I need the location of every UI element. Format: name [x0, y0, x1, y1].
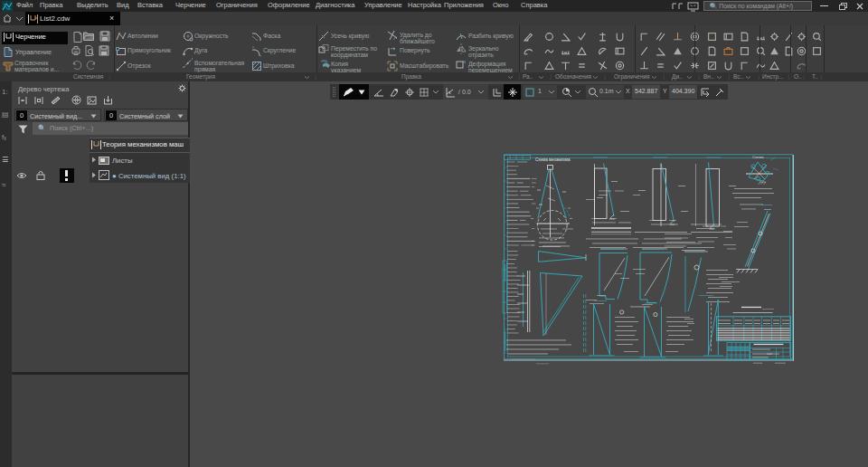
svg-text:Схема механизма: Схема механизма: [535, 157, 571, 162]
svg-text:Схема: Схема: [752, 155, 764, 159]
